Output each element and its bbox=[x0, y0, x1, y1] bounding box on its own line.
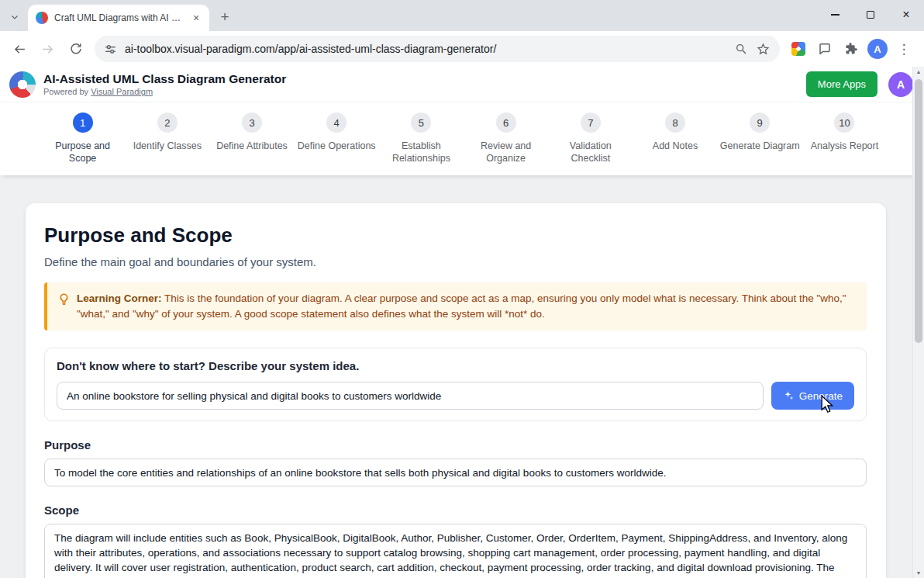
step-label: Generate Diagram bbox=[720, 140, 800, 152]
window-controls: × bbox=[817, 0, 924, 29]
lightbulb-icon bbox=[57, 292, 71, 310]
step-4-define-operations[interactable]: 4 Define Operations bbox=[295, 112, 379, 165]
stepper: 1 Purpose and Scope 2 Identify Classes 3… bbox=[0, 102, 924, 175]
step-7-validation-checklist[interactable]: 7 Validation Checklist bbox=[548, 112, 633, 165]
three-dot-menu-icon: ⋮ bbox=[898, 41, 911, 57]
powered-by: Powered by Visual Paradigm bbox=[43, 87, 286, 96]
step-8-add-notes[interactable]: 8 Add Notes bbox=[633, 112, 717, 165]
reload-button[interactable] bbox=[62, 36, 88, 62]
step-label: Define Attributes bbox=[216, 140, 288, 152]
purpose-label: Purpose bbox=[44, 438, 867, 452]
back-arrow-icon bbox=[12, 42, 27, 57]
tab-close-icon[interactable]: × bbox=[189, 11, 203, 25]
browser-menu-button[interactable]: ⋮ bbox=[891, 36, 916, 61]
chat-icon bbox=[818, 42, 832, 56]
browser-tab[interactable]: Craft UML Diagrams with AI - A... × bbox=[28, 5, 209, 31]
site-info-icon[interactable] bbox=[104, 43, 117, 56]
learning-corner-label: Learning Corner: bbox=[77, 292, 162, 304]
tab-favicon-icon bbox=[36, 12, 48, 24]
learning-corner-text: Learning Corner: This is the foundation … bbox=[77, 291, 854, 323]
step-number: 7 bbox=[581, 112, 601, 133]
extensions-puzzle-icon bbox=[844, 42, 858, 56]
address-bar[interactable]: ai-toolbox.visual-paradigm.com/app/ai-as… bbox=[95, 36, 780, 62]
step-label: Review and Organize bbox=[465, 140, 547, 165]
step-5-establish-relationships[interactable]: 5 Establish Relationships bbox=[379, 112, 464, 165]
scope-textarea[interactable]: The diagram will include entities such a… bbox=[44, 524, 867, 578]
chevron-down-icon bbox=[10, 12, 19, 22]
step-label: Purpose and Scope bbox=[42, 140, 124, 165]
generate-button-label: Generate bbox=[799, 390, 843, 402]
step-label: Identify Classes bbox=[133, 140, 202, 152]
ai-sparkle-icon bbox=[783, 390, 794, 401]
maximize-icon bbox=[867, 11, 874, 19]
browser-action-icon bbox=[791, 42, 805, 56]
scrollbar-thumb[interactable] bbox=[915, 79, 922, 343]
step-number: 1 bbox=[73, 112, 93, 133]
profile-avatar-button[interactable]: A bbox=[865, 36, 890, 61]
visual-paradigm-logo bbox=[9, 71, 36, 98]
step-6-review-and-organize[interactable]: 6 Review and Organize bbox=[464, 112, 548, 165]
scrollbar-up-icon[interactable]: ▲ bbox=[913, 69, 924, 74]
step-number: 10 bbox=[834, 112, 854, 133]
scope-label: Scope bbox=[44, 504, 867, 517]
zoom-icon bbox=[735, 43, 747, 55]
page-content: Purpose and Scope Define the main goal a… bbox=[0, 175, 924, 578]
step-number: 8 bbox=[665, 112, 685, 133]
maximize-button[interactable] bbox=[853, 0, 888, 29]
step-1-purpose-and-scope[interactable]: 1 Purpose and Scope bbox=[40, 112, 125, 165]
step-label: Add Notes bbox=[653, 140, 698, 152]
step-number: 6 bbox=[496, 112, 516, 133]
step-9-generate-diagram[interactable]: 9 Generate Diagram bbox=[718, 112, 802, 165]
browser-action-button[interactable] bbox=[786, 36, 811, 61]
profile-avatar: A bbox=[867, 39, 888, 59]
forward-button[interactable] bbox=[34, 36, 60, 62]
tab-strip: Craft UML Diagrams with AI - A... × + × bbox=[0, 0, 924, 31]
system-idea-heading: Don't know where to start? Describe your… bbox=[57, 359, 854, 372]
bookmark-star-icon bbox=[757, 43, 770, 56]
url-text[interactable]: ai-toolbox.visual-paradigm.com/app/ai-as… bbox=[125, 43, 730, 55]
page-scrollbar[interactable]: ▲ ▼ bbox=[912, 67, 924, 578]
back-button[interactable] bbox=[6, 36, 33, 62]
step-number: 5 bbox=[411, 112, 431, 133]
close-button[interactable]: × bbox=[888, 0, 924, 29]
more-apps-button[interactable]: More Apps bbox=[806, 71, 877, 97]
system-idea-card: Don't know where to start? Describe your… bbox=[44, 348, 867, 421]
forward-arrow-icon bbox=[40, 42, 55, 57]
minimize-button[interactable] bbox=[817, 0, 853, 29]
step-3-define-attributes[interactable]: 3 Define Attributes bbox=[209, 112, 294, 165]
minimize-icon bbox=[831, 14, 840, 15]
system-idea-row: Generate bbox=[57, 382, 854, 410]
main-card: Purpose and Scope Define the main goal a… bbox=[26, 203, 886, 578]
system-idea-input[interactable] bbox=[57, 382, 764, 410]
scrollbar-down-icon[interactable]: ▼ bbox=[913, 570, 924, 576]
tab-title: Craft UML Diagrams with AI - A... bbox=[54, 12, 183, 23]
step-label: Establish Relationships bbox=[380, 140, 462, 165]
step-10-analysis-report[interactable]: 10 Analysis Report bbox=[802, 112, 887, 165]
step-number: 9 bbox=[750, 112, 770, 133]
app-title: AI-Assisted UML Class Diagram Generator bbox=[43, 72, 286, 86]
reload-icon bbox=[68, 42, 82, 56]
chat-button[interactable] bbox=[812, 36, 837, 61]
purpose-input[interactable] bbox=[44, 459, 867, 486]
browser-toolbar: ai-toolbox.visual-paradigm.com/app/ai-as… bbox=[0, 31, 924, 67]
browser-chrome: Craft UML Diagrams with AI - A... × + × … bbox=[0, 0, 924, 67]
step-label: Analysis Report bbox=[811, 140, 879, 152]
step-2-identify-classes[interactable]: 2 Identify Classes bbox=[125, 112, 209, 165]
visual-paradigm-link[interactable]: Visual Paradigm bbox=[91, 87, 153, 96]
step-number: 2 bbox=[157, 112, 178, 133]
step-label: Define Operations bbox=[298, 140, 376, 152]
zoom-button[interactable] bbox=[730, 38, 752, 60]
extensions-button[interactable] bbox=[839, 36, 864, 61]
screen: { "browser": { "tab_title": "Craft UML D… bbox=[0, 0, 924, 578]
app-title-block: AI-Assisted UML Class Diagram Generator … bbox=[43, 72, 286, 97]
step-label: Validation Checklist bbox=[550, 140, 632, 165]
generate-button[interactable]: Generate bbox=[771, 382, 854, 410]
step-number: 4 bbox=[326, 112, 346, 133]
tab-search-button[interactable] bbox=[5, 7, 25, 27]
page-title: Purpose and Scope bbox=[44, 223, 867, 247]
bookmark-star-button[interactable] bbox=[752, 38, 774, 60]
new-tab-button[interactable]: + bbox=[214, 6, 236, 28]
account-avatar[interactable]: A bbox=[888, 72, 913, 97]
close-icon: × bbox=[902, 9, 909, 21]
step-number: 3 bbox=[242, 112, 262, 133]
